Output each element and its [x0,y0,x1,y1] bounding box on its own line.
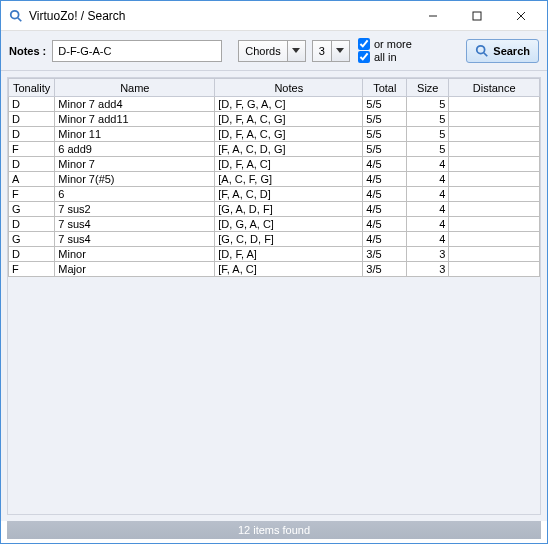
cell-notes: [D, F, A, C, G] [215,127,363,142]
cell-tonality: F [9,187,55,202]
cell-size: 5 [407,127,449,142]
cell-tonality: D [9,112,55,127]
cell-notes: [F, A, C, D] [215,187,363,202]
cell-distance [449,232,540,247]
col-distance[interactable]: Distance [449,79,540,97]
search-button[interactable]: Search [466,39,539,63]
table-row[interactable]: DMinor 7 add4[D, F, G, A, C]5/55 [9,97,540,112]
table-row[interactable]: G7 sus4[G, C, D, F]4/54 [9,232,540,247]
notes-input[interactable] [52,40,222,62]
cell-tonality: D [9,127,55,142]
cell-total: 5/5 [363,142,407,157]
col-name[interactable]: Name [55,79,215,97]
cell-tonality: F [9,142,55,157]
svg-marker-6 [292,48,300,53]
cell-total: 4/5 [363,217,407,232]
table-row[interactable]: G7 sus2[G, A, D, F]4/54 [9,202,540,217]
chevron-down-icon[interactable] [332,40,350,62]
table-row[interactable]: DMinor 11[D, F, A, C, G]5/55 [9,127,540,142]
table-row[interactable]: D7 sus4[D, G, A, C]4/54 [9,217,540,232]
cell-notes: [D, F, A] [215,247,363,262]
table-row[interactable]: DMinor[D, F, A]3/53 [9,247,540,262]
all-in-checkbox[interactable]: all in [358,51,412,63]
maximize-button[interactable] [455,2,499,30]
results-table-wrap: Tonality Name Notes Total Size Distance … [7,77,541,515]
or-more-check-input[interactable] [358,38,370,50]
close-button[interactable] [499,2,543,30]
cell-distance [449,187,540,202]
cell-notes: [D, F, A, C, G] [215,112,363,127]
table-row[interactable]: DMinor 7[D, F, A, C]4/54 [9,157,540,172]
chevron-down-icon[interactable] [288,40,306,62]
or-more-label: or more [374,38,412,50]
table-row[interactable]: F6 add9[F, A, C, D, G]5/55 [9,142,540,157]
col-total[interactable]: Total [363,79,407,97]
cell-distance [449,97,540,112]
cell-total: 4/5 [363,187,407,202]
cell-total: 5/5 [363,112,407,127]
table-row[interactable]: DMinor 7 add11[D, F, A, C, G]5/55 [9,112,540,127]
cell-distance [449,262,540,277]
table-row[interactable]: FMajor[F, A, C]3/53 [9,262,540,277]
cell-tonality: G [9,232,55,247]
cell-distance [449,217,540,232]
window-title: VirtuoZo! / Search [29,9,411,23]
cell-total: 5/5 [363,127,407,142]
count-combo-value: 3 [312,40,332,62]
table-empty-space [8,277,540,497]
cell-notes: [G, C, D, F] [215,232,363,247]
cell-name: 7 sus4 [55,232,215,247]
cell-name: Minor 7(#5) [55,172,215,187]
cell-tonality: D [9,217,55,232]
cell-distance [449,172,540,187]
cell-notes: [A, C, F, G] [215,172,363,187]
cell-name: Minor [55,247,215,262]
cell-name: Minor 7 [55,157,215,172]
cell-size: 4 [407,172,449,187]
svg-rect-3 [473,12,481,20]
cell-size: 4 [407,187,449,202]
cell-total: 5/5 [363,97,407,112]
results-table[interactable]: Tonality Name Notes Total Size Distance … [8,78,540,277]
all-in-label: all in [374,51,397,63]
cell-name: 6 [55,187,215,202]
all-in-check-input[interactable] [358,51,370,63]
cell-name: Major [55,262,215,277]
cell-total: 3/5 [363,247,407,262]
search-icon [475,44,489,58]
cell-total: 4/5 [363,202,407,217]
or-more-checkbox[interactable]: or more [358,38,412,50]
table-row[interactable]: AMinor 7(#5)[A, C, F, G]4/54 [9,172,540,187]
minimize-button[interactable] [411,2,455,30]
cell-size: 5 [407,112,449,127]
svg-point-8 [477,45,485,53]
table-row[interactable]: F6[F, A, C, D]4/54 [9,187,540,202]
cell-size: 4 [407,232,449,247]
svg-line-1 [18,17,22,21]
cell-distance [449,157,540,172]
search-toolbar: Notes : Chords 3 or more all in Search [1,31,547,71]
cell-size: 3 [407,262,449,277]
cell-notes: [D, G, A, C] [215,217,363,232]
cell-distance [449,127,540,142]
cell-size: 4 [407,202,449,217]
cell-total: 4/5 [363,172,407,187]
type-combo-value: Chords [238,40,287,62]
status-text: 12 items found [238,524,310,536]
type-combo[interactable]: Chords [238,40,305,62]
results-area: Tonality Name Notes Total Size Distance … [1,71,547,521]
notes-label: Notes : [9,45,46,57]
cell-notes: [D, F, G, A, C] [215,97,363,112]
svg-marker-7 [336,48,344,53]
cell-size: 3 [407,247,449,262]
col-notes[interactable]: Notes [215,79,363,97]
col-size[interactable]: Size [407,79,449,97]
cell-tonality: D [9,97,55,112]
col-tonality[interactable]: Tonality [9,79,55,97]
cell-tonality: D [9,247,55,262]
cell-notes: [D, F, A, C] [215,157,363,172]
cell-notes: [F, A, C, D, G] [215,142,363,157]
count-combo[interactable]: 3 [312,40,350,62]
cell-name: Minor 11 [55,127,215,142]
status-bar: 12 items found [7,521,541,539]
